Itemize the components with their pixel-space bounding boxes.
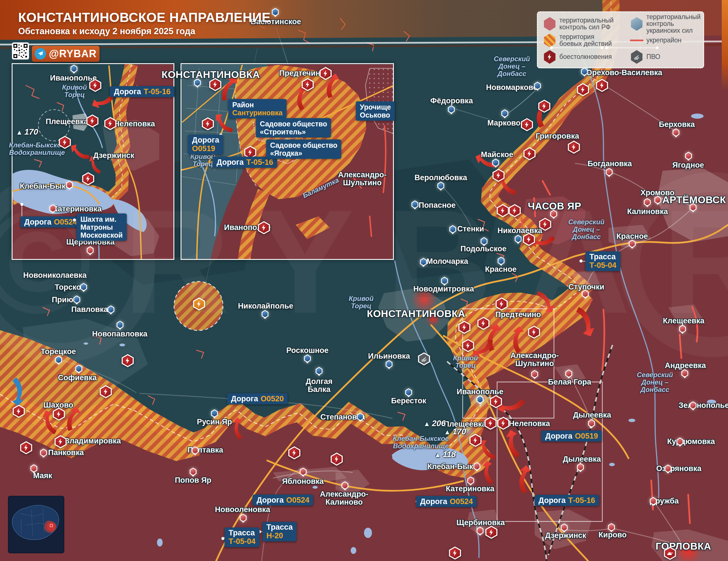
tank-icon: [663, 547, 677, 560]
clash-icon: [20, 441, 33, 454]
settlement-marker-ua: [581, 67, 588, 76]
settlement-marker-rf: [473, 462, 481, 471]
road-badge: ДорогаО0524: [20, 216, 81, 228]
settlement-marker-rf: [476, 527, 484, 535]
clash-icon: [54, 435, 67, 448]
info-badge: Садовое общество«Ягодка»: [266, 139, 341, 159]
settlement-marker-rf: [550, 210, 557, 218]
city-label: Новомарково: [486, 83, 538, 91]
settlement-marker-rf: [299, 468, 307, 476]
settlement-marker-rf: [608, 523, 615, 531]
clash-icon: [301, 78, 314, 91]
city-label: КОНСТАНТИНОВКА: [367, 309, 465, 319]
settlement-marker-rf: [689, 401, 697, 410]
water-label: КривойТорец: [190, 153, 215, 168]
legend-label: территория боевых действий: [559, 34, 627, 47]
city-label: Майское: [481, 150, 513, 158]
city-label: Озаряновка: [656, 465, 702, 473]
road-badge: ДорогаО0519: [188, 135, 223, 154]
settlement-marker-ua: [480, 237, 488, 245]
channel-name: @RYBAR: [49, 48, 97, 60]
settlement-marker-ua: [70, 65, 78, 73]
legend-label: укрепрайон: [646, 37, 700, 44]
road-badge: ДорогаТ-05-16: [110, 86, 175, 97]
clash-icon: [82, 172, 95, 185]
info-badge: УрочищеОськово: [356, 101, 395, 121]
city-label: ДолгаяБалка: [306, 378, 333, 393]
settlement-marker-rf: [239, 514, 247, 522]
city-label: Александро-Шультино: [510, 352, 559, 368]
info-badge: Садовое общество«Строитель»: [256, 118, 331, 137]
water-label: КривойТорец: [453, 354, 478, 369]
settlement-marker-rf: [681, 369, 688, 378]
road-badge: ТрассаН-20: [262, 522, 297, 541]
legend-divider-dot: [601, 46, 603, 49]
settlement-marker-rf: [30, 464, 38, 473]
settlement-marker-rf: [561, 523, 568, 532]
road-badge: ДорогаО0524: [416, 496, 477, 507]
clash-icon: [497, 417, 510, 430]
settlement-marker-rf: [341, 481, 349, 490]
leader-dot: [580, 259, 583, 263]
city-label: Николайполье: [238, 302, 293, 310]
city-label: Стенки: [457, 225, 484, 233]
city-label: Нелеповка: [509, 420, 550, 428]
settlement-marker-rf: [672, 128, 680, 137]
water-label: СеверскийДонец –Донбасс: [568, 218, 604, 240]
city-label: Яблоновка: [282, 477, 324, 485]
info-badge: РайонСантуриновка: [228, 99, 287, 118]
city-label: Клебан-Бык: [427, 463, 473, 471]
city-label: Новооленовка: [215, 506, 270, 513]
legend-label: территориальный контроль украинских сил: [646, 14, 700, 34]
settlement-marker-rf: [644, 198, 651, 206]
water-label: КривойТорец: [349, 295, 373, 310]
edge-accent-bar: [722, 0, 728, 90]
clash-icon: [209, 78, 222, 91]
settlement-marker-ua: [534, 82, 541, 90]
settlement-marker-ua: [194, 79, 201, 87]
settlement-marker-rf: [467, 477, 474, 485]
city-label: Нелеповка: [114, 120, 155, 128]
water-label: СеверскийДонец –Донбасс: [494, 55, 530, 77]
city-label: Щербиновка: [456, 519, 505, 527]
legend-label: территориальный контроль сил РФ: [559, 17, 627, 31]
clash-icon: [257, 221, 270, 234]
city-label: Плещеевка: [45, 117, 88, 125]
clash-icon: [330, 453, 343, 466]
settlement-marker-ua: [437, 181, 444, 190]
height-marker: ▲170: [444, 427, 466, 436]
city-label: Роскошное: [286, 347, 328, 354]
settlement-marker-ua: [75, 365, 82, 373]
city-label: Марково: [487, 119, 521, 127]
city-label: Богдановка: [588, 160, 632, 168]
settlement-marker-ua: [448, 105, 455, 113]
settlement-marker-ua: [497, 257, 505, 265]
settlement-marker-ua: [501, 109, 508, 117]
city-label: Дылеевка: [573, 411, 611, 419]
settlement-marker-rf: [588, 419, 595, 428]
height-marker: ▲206: [423, 419, 446, 428]
clash-icon: [595, 79, 609, 92]
city-label: Клещеевка: [663, 317, 704, 325]
settlement-marker-ua: [272, 8, 279, 16]
clash-icon: [12, 405, 25, 418]
legend-rf-hex-icon: [543, 17, 556, 31]
clash-icon: [52, 408, 65, 421]
settlement-marker-rf: [86, 246, 94, 254]
settlement-marker-ua: [420, 258, 427, 266]
settlement-marker-rf: [664, 465, 672, 473]
city-label: Зеленополье: [679, 401, 728, 409]
settlement-marker-rf: [577, 463, 584, 471]
city-label: Предтечино: [495, 311, 541, 319]
clash-icon: [492, 169, 505, 182]
leader-dot: [222, 537, 225, 540]
settlement-marker-rf: [628, 240, 636, 248]
city-label: Александро-Калиново: [320, 490, 368, 506]
clash-icon: [477, 317, 490, 330]
map-legend: территориальный контроль сил РФ территор…: [537, 11, 704, 68]
settlement-marker-ua: [304, 354, 311, 363]
settlement-marker-ua: [80, 283, 87, 291]
city-label: Фёдоровка: [430, 97, 473, 105]
city-label: Маяк: [33, 472, 52, 480]
ukraine-minimap: [8, 496, 64, 553]
